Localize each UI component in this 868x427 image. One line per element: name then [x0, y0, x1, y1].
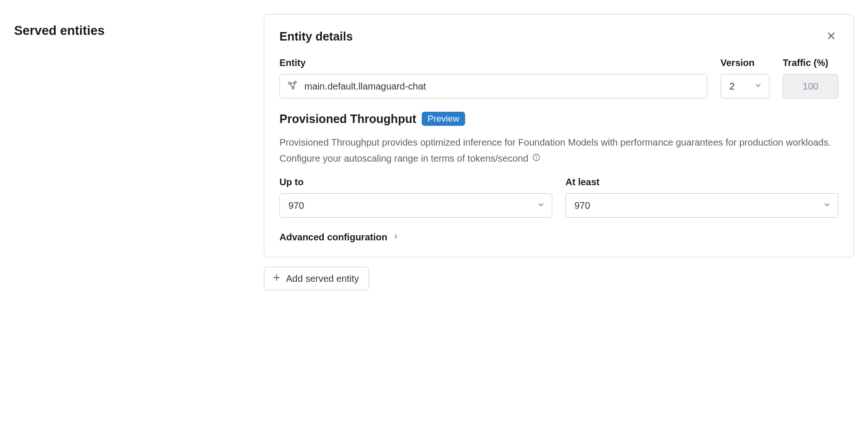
chevron-down-icon — [754, 81, 762, 92]
entity-label: Entity — [279, 57, 707, 68]
atleast-select[interactable]: 970 — [565, 193, 838, 218]
advanced-config-toggle[interactable]: Advanced configuration — [279, 232, 838, 243]
provisioned-heading: Provisioned Throughput — [279, 112, 416, 126]
close-button[interactable] — [824, 29, 838, 44]
page-title: Served entities — [14, 14, 240, 38]
atleast-label: At least — [565, 177, 838, 188]
svg-point-3 — [294, 81, 296, 83]
advanced-config-label: Advanced configuration — [279, 232, 387, 243]
traffic-value: 100 — [802, 81, 818, 92]
svg-line-6 — [290, 84, 293, 87]
upto-select[interactable]: 970 — [279, 193, 552, 218]
provisioned-description-2: Configure your autoscaling range in term… — [279, 151, 528, 165]
upto-value: 970 — [288, 200, 304, 211]
svg-point-10 — [536, 156, 537, 156]
traffic-label: Traffic (%) — [783, 57, 838, 68]
entity-details-card: Entity details Entity — [264, 14, 854, 257]
version-select[interactable]: 2 — [721, 74, 770, 99]
card-title: Entity details — [279, 30, 353, 43]
traffic-input: 100 — [783, 74, 838, 99]
atleast-value: 970 — [574, 200, 590, 211]
add-served-entity-button[interactable]: Add served entity — [264, 267, 369, 290]
add-button-label: Add served entity — [286, 273, 359, 284]
provisioned-description-1: Provisioned Throughput provides optimize… — [279, 135, 838, 149]
version-label: Version — [721, 57, 770, 68]
chevron-down-icon — [823, 200, 831, 211]
entity-input[interactable]: main.default.llamaguard-chat — [279, 74, 707, 99]
model-icon — [287, 80, 298, 93]
preview-badge: Preview — [422, 112, 465, 126]
upto-label: Up to — [279, 177, 552, 188]
svg-line-5 — [290, 82, 294, 83]
close-icon — [826, 31, 836, 42]
svg-line-7 — [294, 83, 295, 87]
chevron-down-icon — [537, 200, 545, 211]
version-value: 2 — [729, 81, 735, 92]
plus-icon — [272, 273, 281, 285]
chevron-right-icon — [392, 233, 400, 242]
entity-value: main.default.llamaguard-chat — [304, 81, 699, 92]
info-icon[interactable] — [532, 153, 540, 164]
